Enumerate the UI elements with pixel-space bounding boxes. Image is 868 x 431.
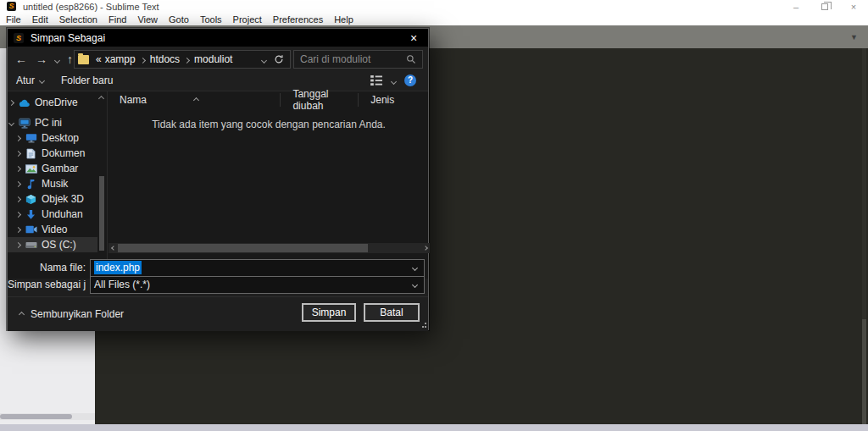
sidebar-item-musik[interactable]: Musik — [8, 176, 97, 191]
sidebar-item-gambar[interactable]: Gambar — [8, 161, 97, 176]
sublime-app-icon: S — [7, 2, 16, 11]
places-scroll-thumb[interactable] — [99, 176, 104, 251]
empty-folder-message: Tidak ada item yang cocok dengan pencari… — [108, 119, 430, 130]
dialog-footer: Sembunyikan Folder Simpan Batal — [8, 296, 428, 331]
save-button[interactable]: Simpan — [302, 303, 356, 322]
back-button[interactable]: ← — [11, 53, 31, 65]
resize-grip[interactable] — [420, 323, 426, 329]
sort-ascending-icon — [193, 97, 199, 103]
menu-selection[interactable]: Selection — [59, 14, 97, 25]
menu-goto[interactable]: Goto — [169, 14, 189, 25]
restore-icon — [821, 3, 828, 10]
list-horizontal-scrollbar[interactable] — [108, 243, 430, 253]
filename-row: Nama file: index.php — [8, 258, 428, 277]
sidebar-item-video[interactable]: Video — [8, 222, 97, 237]
editor-scroll-thumb[interactable] — [862, 319, 866, 424]
dialog-title: Simpan Sebagai — [31, 32, 105, 44]
dialog-content: OneDrive PC ini Desktop — [8, 91, 428, 279]
new-folder-button[interactable]: Folder baru — [53, 70, 121, 91]
address-dropdown-icon[interactable] — [262, 53, 266, 65]
menubar: File Edit Selection Find View Goto Tools… — [0, 13, 868, 25]
hide-folders-toggle[interactable]: Sembunyikan Folder — [19, 308, 124, 320]
menu-edit[interactable]: Edit — [32, 14, 48, 25]
scroll-up-icon[interactable] — [98, 96, 104, 102]
chevron-down-icon[interactable] — [412, 264, 418, 270]
sidebar-item-objek-3d[interactable]: Objek 3D — [8, 191, 97, 207]
history-dropdown-icon[interactable] — [52, 53, 63, 65]
pictures-icon — [25, 163, 37, 174]
filename-value: index.php — [94, 261, 142, 274]
chevron-right-icon — [14, 135, 20, 141]
sidebar-item-dokumen[interactable]: Dokumen — [8, 146, 97, 161]
chevron-right-icon — [14, 211, 20, 217]
dialog-close-button[interactable]: × — [399, 29, 428, 47]
tab-list-dropdown-icon[interactable]: ▼ — [850, 33, 858, 41]
filetype-label: Simpan sebagai je... — [8, 279, 86, 290]
chevron-right-icon — [14, 180, 20, 186]
chevron-right-icon — [14, 196, 20, 202]
filetype-value: All Files (*.*) — [94, 279, 150, 290]
forward-button[interactable]: → — [31, 53, 52, 65]
breadcrumb-xampp[interactable]: xampp — [103, 53, 137, 65]
sublime-dialog-icon: S — [14, 33, 24, 43]
breadcrumb-prefix[interactable]: « — [94, 53, 103, 65]
menu-help[interactable]: Help — [334, 14, 353, 25]
chevron-right-icon — [14, 241, 20, 247]
menu-preferences[interactable]: Preferences — [273, 14, 323, 25]
organize-button[interactable]: Atur — [8, 70, 53, 91]
3d-objects-icon — [25, 193, 37, 205]
breadcrumb-moduliot[interactable]: moduliot — [192, 53, 234, 65]
filetype-select[interactable]: All Files (*.*) — [90, 276, 425, 294]
column-header-tanggal-diubah[interactable]: Tanggal diubah — [281, 91, 359, 108]
filename-input[interactable]: index.php — [90, 259, 425, 277]
status-bar — [0, 424, 868, 431]
sidebar-item-desktop[interactable]: Desktop — [8, 130, 97, 146]
menu-file[interactable]: File — [6, 14, 21, 25]
details-view-icon[interactable] — [370, 75, 383, 86]
window-titlebar: S untitled (esp8266) - Sublime Text – × — [0, 0, 868, 13]
chevron-up-icon — [19, 311, 25, 317]
list-header: Nama Tanggal diubah Jenis — [108, 91, 430, 108]
view-dropdown-icon[interactable] — [392, 75, 396, 86]
chevron-right-icon — [14, 165, 20, 171]
file-list-pane: Nama Tanggal diubah Jenis Tidak ada item… — [107, 91, 430, 279]
chevron-down-icon[interactable] — [412, 281, 418, 287]
search-input[interactable]: Cari di moduliot — [293, 50, 423, 69]
sidebar-item-onedrive[interactable]: OneDrive — [8, 95, 97, 110]
help-icon[interactable]: ? — [404, 75, 416, 86]
column-header-nama[interactable]: Nama — [108, 91, 281, 108]
list-scroll-thumb[interactable] — [118, 244, 368, 252]
documents-icon — [25, 147, 37, 159]
restore-button[interactable] — [810, 0, 839, 13]
refresh-icon[interactable] — [274, 54, 284, 64]
window-title: untitled (esp8266) - Sublime Text — [23, 2, 159, 12]
breadcrumb-separator-icon — [141, 53, 145, 65]
dialog-titlebar: S Simpan Sebagai × — [8, 29, 428, 47]
downloads-icon — [25, 208, 37, 220]
computer-icon — [18, 117, 31, 129]
scroll-right-icon[interactable] — [420, 246, 430, 250]
places-scrollbar[interactable] — [97, 91, 106, 279]
cancel-button[interactable]: Batal — [364, 303, 420, 322]
menu-find[interactable]: Find — [108, 14, 126, 25]
editor-vertical-scrollbar[interactable] — [862, 48, 866, 424]
sidebar-item-pc-ini[interactable]: PC ini — [8, 115, 97, 130]
sidebar-scroll-thumb[interactable] — [0, 414, 72, 419]
address-bar[interactable]: « xampp htdocs moduliot — [74, 50, 291, 69]
search-icon — [406, 54, 416, 64]
menu-tools[interactable]: Tools — [200, 14, 222, 25]
sidebar-item-os-c[interactable]: OS (C:) — [8, 237, 97, 252]
dialog-toolbar: Atur Folder baru ? — [8, 70, 428, 91]
filetype-row: Simpan sebagai je... All Files (*.*) — [8, 275, 428, 294]
videos-icon — [25, 224, 37, 235]
menu-project[interactable]: Project — [233, 14, 262, 25]
column-header-jenis[interactable]: Jenis — [359, 91, 430, 108]
scroll-left-icon[interactable] — [108, 246, 118, 250]
chevron-right-icon — [14, 226, 20, 232]
close-button[interactable]: × — [839, 0, 868, 13]
minimize-button[interactable]: – — [782, 0, 810, 13]
sidebar-item-unduhan[interactable]: Unduhan — [8, 207, 97, 222]
sidebar-horizontal-scrollbar[interactable] — [0, 413, 95, 420]
menu-view[interactable]: View — [137, 14, 158, 25]
breadcrumb-htdocs[interactable]: htdocs — [148, 53, 181, 65]
